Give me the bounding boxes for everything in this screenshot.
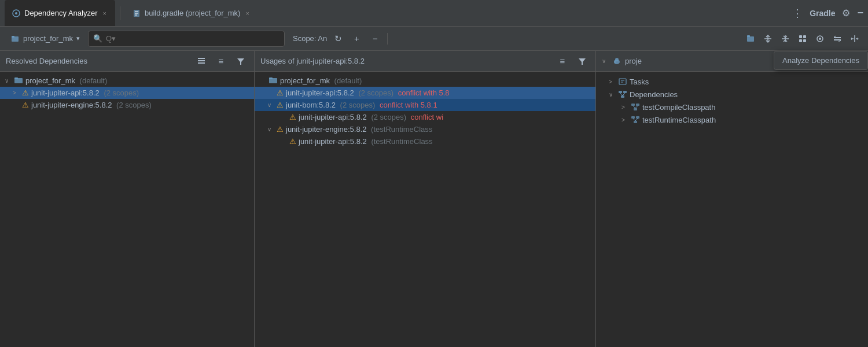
middle-tree-item-4[interactable]: ∨ ⚠ junit-jupiter-engine:5.8.2 (testRunt… (255, 123, 595, 135)
svg-rect-33 (269, 77, 273, 79)
analyze-popup-label: Analyze Dependencies (782, 56, 859, 65)
left-item1-muted: (2 scopes) (102, 88, 139, 97)
left-project-muted: (default) (78, 76, 107, 85)
svg-rect-16 (799, 39, 802, 42)
middle-item4-text: junit-jupiter-engine:5.8.2 (286, 125, 366, 134)
warning-icon: ⚠ (277, 101, 284, 109)
tab-dependency-analyzer[interactable]: Dependency Analyzer × (5, 0, 115, 26)
compile-classpath-icon (631, 102, 640, 112)
tab1-close-button[interactable]: × (101, 9, 108, 17)
tasks-icon (618, 77, 627, 86)
middle-project-muted: (default) (332, 76, 362, 85)
project-selector[interactable]: project_for_mk ▾ (6, 32, 84, 46)
gradle-dependencies-item[interactable]: ∨ Dependencies (596, 88, 868, 101)
middle-tree-item-1[interactable]: ⚠ junit-jupiter-api:5.8.2 (2 scopes) con… (255, 87, 595, 99)
project-icon (10, 34, 20, 43)
split-button[interactable] (847, 31, 862, 46)
svg-rect-30 (14, 77, 18, 79)
search-input[interactable] (106, 34, 279, 43)
svg-line-44 (623, 93, 625, 95)
svg-line-54 (635, 119, 638, 121)
left-panel-filter-btn[interactable] (233, 54, 248, 69)
middle-tree-item-2[interactable]: ∨ ⚠ junit-bom:5.8.2 (2 scopes) conflict … (255, 99, 595, 111)
gradle-compile-label: testCompileClasspath (642, 103, 715, 112)
left-project-text: project_for_mk (25, 76, 75, 85)
svg-line-48 (633, 106, 635, 108)
warning-icon: ⚠ (289, 113, 296, 121)
svg-rect-46 (636, 104, 639, 106)
middle-item1-muted: (2 scopes) (356, 88, 396, 97)
chevron-icon: > (621, 104, 628, 110)
middle-item3-muted: (2 scopes) (369, 113, 409, 121)
left-tree-project[interactable]: ∨ project_for_mk (default) (0, 74, 254, 87)
analyze-dependencies-popup[interactable]: Analyze Dependencies (774, 51, 868, 70)
gradle-runtime-item[interactable]: > testRuntimeClasspath (596, 113, 868, 126)
analyze-button[interactable] (812, 31, 827, 46)
left-tree-item-2[interactable]: ⚠ junit-jupiter-engine:5.8.2 (2 scopes) (0, 99, 254, 111)
middle-panel: Usages of junit-jupiter-api:5.8.2 ≡ proj… (255, 51, 596, 347)
collapse-all-button[interactable] (778, 31, 793, 46)
expand-icon[interactable] (830, 31, 845, 46)
tab2-close-button[interactable]: × (244, 9, 251, 17)
left-panel-expand-btn[interactable] (194, 54, 209, 69)
middle-panel-header: Usages of junit-jupiter-api:5.8.2 ≡ (255, 51, 595, 72)
gradle-tasks-item[interactable]: > Tasks (596, 75, 868, 88)
left-panel-sort-btn[interactable]: ≡ (214, 54, 229, 69)
svg-rect-17 (803, 39, 806, 42)
toolbar: project_for_mk ▾ 🔍 Scope: An ↻ + − (0, 27, 868, 51)
gradle-panel-content: > Tasks ∨ Dependencies (596, 72, 868, 130)
minimize-icon[interactable]: − (857, 7, 863, 19)
middle-tree-project[interactable]: project_for_mk (default) (255, 74, 595, 87)
middle-panel-expand-btn[interactable]: ≡ (555, 54, 570, 69)
gradle-compile-item[interactable]: > testCompileClasspath (596, 101, 868, 113)
tab2-label: build.gradle (project_for_mk) (145, 9, 240, 17)
left-item2-muted: (2 scopes) (114, 101, 151, 109)
svg-rect-52 (634, 121, 637, 123)
middle-tree-item-5[interactable]: ⚠ junit-jupiter-api:5.8.2 (testRuntimeCl… (255, 135, 595, 147)
add-button[interactable]: + (349, 31, 364, 46)
gradle-tasks-label: Tasks (630, 77, 649, 86)
middle-item5-text: junit-jupiter-api:5.8.2 (299, 137, 367, 146)
chevron-icon: > (13, 90, 20, 96)
chevron-icon: > (621, 117, 628, 123)
svg-rect-9 (747, 35, 750, 37)
chevron-icon: > (609, 79, 616, 85)
more-menu-icon[interactable]: ⋮ (792, 7, 803, 20)
gear-icon[interactable]: ⚙ (842, 8, 850, 19)
svg-line-43 (620, 93, 623, 95)
middle-item2-muted: (2 scopes) (338, 101, 377, 109)
svg-rect-45 (631, 104, 635, 106)
remove-button[interactable]: − (367, 31, 382, 46)
svg-rect-26 (198, 60, 205, 61)
svg-rect-15 (803, 35, 806, 38)
gradle-runtime-label: testRuntimeClasspath (642, 116, 716, 124)
warning-icon: ⚠ (22, 101, 29, 109)
grid-view-button[interactable] (795, 31, 810, 46)
left-panel: Resolved Dependencies ≡ ∨ (0, 51, 255, 347)
middle-item3-conflict: conflict wi (411, 113, 443, 121)
middle-item1-text: junit-jupiter-api:5.8.2 (286, 88, 354, 97)
left-tree-item-1[interactable]: > ⚠ junit-jupiter-api:5.8.2 (2 scopes) (0, 87, 254, 99)
chevron-icon: ∨ (602, 58, 609, 64)
svg-rect-50 (631, 116, 635, 119)
middle-panel-content: project_for_mk (default) ⚠ junit-jupiter… (255, 72, 595, 347)
gradle-elephant-icon (612, 57, 621, 66)
project-name: project_for_mk (23, 34, 73, 43)
svg-point-36 (614, 60, 616, 64)
search-box[interactable]: 🔍 (88, 31, 285, 47)
gradle-deps-label: Dependencies (630, 90, 678, 99)
refresh-button[interactable]: ↻ (330, 31, 345, 46)
warning-icon: ⚠ (289, 137, 296, 146)
tab-build-gradle[interactable]: build.gradle (project_for_mk) × (125, 0, 258, 26)
middle-tree-item-3[interactable]: ⚠ junit-jupiter-api:5.8.2 (2 scopes) con… (255, 111, 595, 123)
dependencies-icon (618, 90, 627, 99)
gradle-label: Gradle (810, 9, 835, 18)
middle-panel-filter-btn[interactable] (575, 54, 590, 69)
svg-rect-14 (799, 35, 802, 38)
middle-item3-text: junit-jupiter-api:5.8.2 (299, 113, 367, 121)
project-view-button[interactable] (743, 31, 758, 46)
folder-icon (269, 76, 278, 85)
expand-all-button[interactable] (760, 31, 775, 46)
svg-rect-47 (634, 108, 637, 110)
chevron-icon: ∨ (267, 126, 274, 132)
